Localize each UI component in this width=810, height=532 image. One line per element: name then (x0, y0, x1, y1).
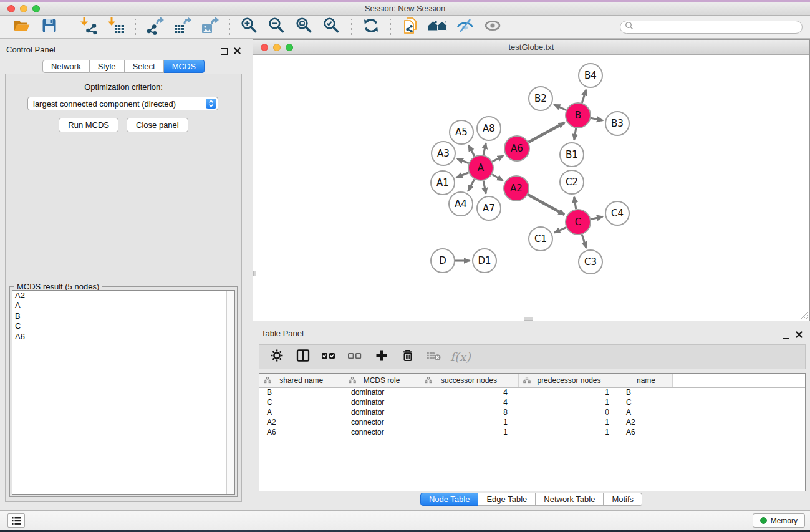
import-network-button[interactable] (77, 17, 100, 37)
resize-grip-icon[interactable] (800, 311, 808, 319)
graph-edge-A-A5[interactable] (468, 145, 475, 156)
minimize-window-button[interactable] (20, 5, 27, 12)
zoom-in-button[interactable] (238, 17, 261, 37)
graph-node-A7[interactable]: A7 (477, 196, 501, 220)
graph-edge-A-A4[interactable] (468, 179, 475, 191)
graph-node-B1[interactable]: B1 (560, 143, 584, 167)
network-canvas[interactable]: B4B2BB3A5A8A3A6AB1A1C2A2A4A7CC4C1C3DD1 (253, 55, 809, 321)
table-row[interactable]: A6connector11A6 (259, 427, 805, 437)
column-header-MCDS-role[interactable]: MCDS role (344, 374, 420, 387)
export-table-button[interactable] (171, 17, 195, 37)
open-session-button[interactable] (10, 17, 34, 37)
graph-node-A1[interactable]: A1 (431, 171, 455, 195)
optimization-criterion-select[interactable]: largest connected component (directed) (27, 97, 218, 110)
graph-node-A5[interactable]: A5 (450, 120, 473, 144)
apply-layout-button[interactable] (359, 17, 383, 37)
graph-node-C3[interactable]: C3 (579, 250, 602, 274)
mcds-result-list[interactable]: A2ABCA6 (12, 290, 235, 495)
table-row[interactable]: Bdominator41B (259, 387, 805, 397)
mcds-result-item[interactable]: A2 (12, 291, 234, 301)
memory-button[interactable]: Memory (753, 513, 805, 528)
zoom-network-button[interactable] (286, 44, 293, 51)
graph-edge-B-B3[interactable] (591, 118, 603, 120)
add-column-button[interactable] (372, 346, 392, 367)
tab-mcds[interactable]: MCDS (164, 60, 205, 73)
mcds-result-item[interactable]: C (12, 321, 234, 331)
close-panel-icon[interactable] (796, 329, 803, 341)
split-panel-button[interactable] (293, 346, 313, 367)
graph-edge-A-A1[interactable] (456, 173, 468, 178)
minimize-network-button[interactable] (273, 44, 281, 51)
graph-edge-A-A7[interactable] (483, 181, 486, 194)
graph-node-A[interactable]: A (468, 155, 493, 180)
run-mcds-button[interactable]: Run MCDS (59, 118, 118, 132)
table-row[interactable]: Adominator80A (259, 407, 805, 417)
select-all-columns-button[interactable] (319, 346, 339, 367)
show-all-button[interactable] (481, 17, 504, 37)
splitter-grip-icon[interactable] (524, 317, 533, 321)
graph-edge-C-C2[interactable] (574, 197, 576, 210)
result-scrollbar[interactable] (226, 291, 234, 494)
graph-edge-C-C1[interactable] (554, 228, 566, 233)
new-network-from-selection-button[interactable] (398, 17, 422, 37)
mcds-result-item[interactable]: A (12, 301, 234, 311)
column-header-predecessor-nodes[interactable]: predecessor nodes (518, 374, 620, 387)
column-header-successor-nodes[interactable]: successor nodes (420, 374, 518, 387)
save-session-button[interactable] (37, 17, 61, 37)
graph-edge-B-B4[interactable] (582, 90, 586, 103)
table-settings-button[interactable] (267, 346, 287, 367)
close-window-button[interactable] (7, 5, 15, 12)
mcds-result-item[interactable]: A6 (12, 332, 234, 342)
graph-node-B3[interactable]: B3 (605, 112, 629, 135)
graph-node-A4[interactable]: A4 (449, 192, 473, 216)
close-network-button[interactable] (261, 44, 268, 51)
table-row[interactable]: A2connector11A2 (259, 417, 805, 427)
task-history-button[interactable] (7, 513, 25, 528)
float-panel-icon[interactable] (783, 332, 789, 339)
graph-edge-A-A8[interactable] (483, 143, 486, 155)
graph-node-A3[interactable]: A3 (432, 142, 455, 165)
delete-table-button[interactable] (424, 346, 444, 367)
search-input[interactable] (636, 22, 802, 32)
graph-node-A2[interactable]: A2 (504, 176, 529, 201)
graph-node-A6[interactable]: A6 (504, 136, 529, 161)
close-panel-icon[interactable] (234, 46, 241, 57)
graph-edge-C-C4[interactable] (591, 216, 602, 219)
unselect-all-columns-button[interactable] (345, 346, 365, 367)
graph-edge-B-B1[interactable] (574, 128, 576, 140)
graph-node-D1[interactable]: D1 (473, 249, 496, 273)
zoom-out-button[interactable] (265, 17, 289, 37)
graph-edge-A-A2[interactable] (492, 175, 503, 181)
graph-edge-C-C3[interactable] (582, 235, 586, 248)
graph-node-C1[interactable]: C1 (529, 227, 552, 251)
zoom-selected-button[interactable] (320, 17, 344, 37)
graph-edge-A6-B[interactable] (528, 123, 564, 142)
tab-style[interactable]: Style (90, 60, 125, 73)
column-header-shared-name[interactable]: shared name (259, 374, 344, 387)
float-panel-icon[interactable] (221, 48, 228, 55)
hide-selected-button[interactable] (453, 17, 477, 37)
tab-edge-table[interactable]: Edge Table (478, 493, 536, 506)
column-header-name[interactable]: name (620, 374, 672, 387)
tab-network[interactable]: Network (42, 60, 90, 73)
export-network-button[interactable] (143, 17, 167, 37)
graph-node-A8[interactable]: A8 (477, 117, 501, 140)
zoom-fit-button[interactable] (292, 17, 316, 37)
graph-node-C2[interactable]: C2 (560, 170, 584, 194)
graph-edge-A-A3[interactable] (457, 159, 468, 163)
graph-edge-A-A6[interactable] (493, 156, 503, 162)
first-neighbors-button[interactable] (426, 17, 450, 37)
graph-edge-A2-C[interactable] (528, 195, 564, 215)
network-window-titlebar[interactable]: testGlobe.txt (253, 40, 809, 55)
close-panel-button[interactable]: Close panel (127, 118, 188, 132)
graph-node-C[interactable]: C (566, 210, 591, 235)
graph-node-B[interactable]: B (566, 103, 591, 128)
graph-node-B4[interactable]: B4 (579, 64, 602, 87)
graph-edge-B-B2[interactable] (554, 105, 566, 110)
graph-node-C4[interactable]: C4 (605, 201, 629, 225)
mcds-result-item[interactable]: B (12, 311, 234, 321)
import-table-button[interactable] (104, 17, 128, 37)
zoom-window-button[interactable] (32, 5, 40, 12)
graph-node-B2[interactable]: B2 (529, 87, 552, 110)
graph-node-D[interactable]: D (431, 249, 455, 273)
